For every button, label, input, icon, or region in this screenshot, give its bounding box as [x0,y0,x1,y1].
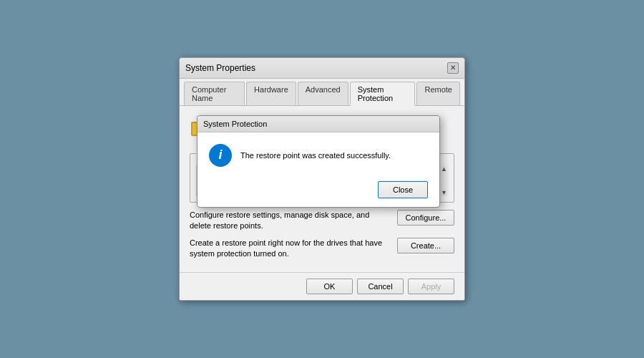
dialog-info-icon: i [209,144,232,167]
tab-computer-name[interactable]: Computer Name [184,82,245,105]
ok-button[interactable]: OK [306,279,353,294]
create-button[interactable]: Create... [397,238,454,253]
tab-advanced[interactable]: Advanced [298,82,348,105]
apply-button[interactable]: Apply [408,279,454,294]
tabs-container: Computer Name Hardware Advanced System P… [180,79,464,106]
title-bar: System Properties ✕ [180,58,464,79]
create-action-text: Create a restore point right now for the… [190,238,391,260]
tab-hardware[interactable]: Hardware [246,82,296,105]
cancel-button[interactable]: Cancel [357,279,404,294]
window-title: System Properties [185,63,255,73]
system-protection-dialog: System Protection i The restore point wa… [197,115,440,208]
bottom-buttons-bar: OK Cancel Apply [180,272,464,300]
configure-action-text: Configure restore settings, manage disk … [190,210,391,232]
dialog-close-button[interactable]: Close [378,181,428,198]
dialog-info-letter: i [218,147,222,163]
dialog-content: i The restore point was created successf… [197,132,439,175]
dialog-buttons: Close [197,175,439,207]
tab-system-protection[interactable]: System Protection [350,82,416,106]
window-close-button[interactable]: ✕ [447,62,459,74]
tab-remote[interactable]: Remote [416,82,460,105]
dialog-title: System Protection [203,120,267,128]
configure-action-row: Configure restore settings, manage disk … [190,210,454,232]
create-action-row: Create a restore point right now for the… [190,238,454,260]
configure-button[interactable]: Configure... [397,210,454,226]
dialog-message: The restore point was created successful… [240,151,391,160]
dialog-title-bar: System Protection [197,116,439,132]
scrollbar[interactable]: ▲ ▼ [439,165,448,196]
